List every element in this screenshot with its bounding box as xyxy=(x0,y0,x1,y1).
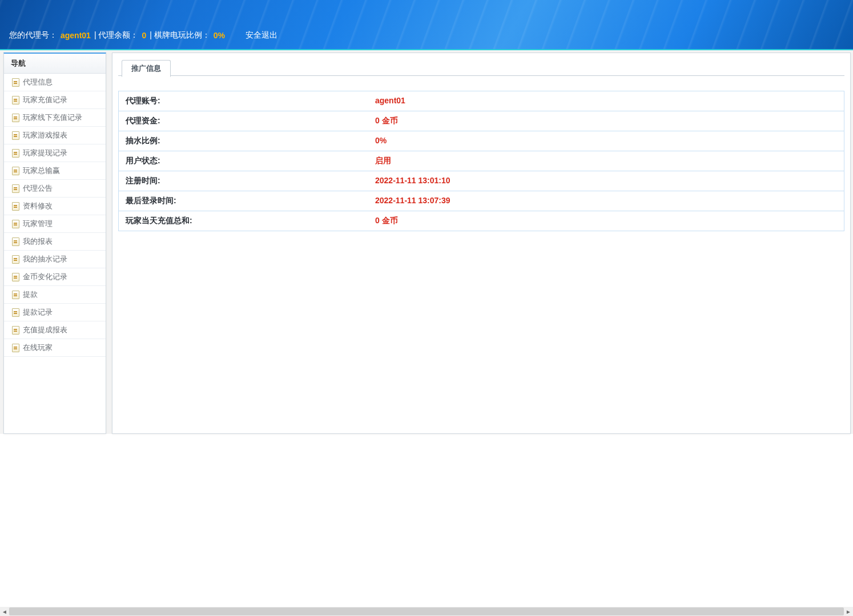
table-row: 代理资金: 0 金币 xyxy=(119,111,844,131)
table-row: 最后登录时间: 2022-11-11 13:07:39 xyxy=(119,191,844,211)
row-label: 用户状态: xyxy=(119,151,373,171)
row-label: 玩家当天充值总和: xyxy=(119,211,373,231)
scrollbar-thumb[interactable] xyxy=(9,607,844,615)
ratio-value: 0% xyxy=(214,31,225,40)
sidebar-item-label: 玩家线下充值记录 xyxy=(23,112,82,123)
sidebar-item-label: 资料修改 xyxy=(23,201,53,211)
scroll-right-icon[interactable]: ► xyxy=(844,607,853,616)
document-icon xyxy=(12,202,19,211)
sidebar-item-label: 玩家总输赢 xyxy=(23,166,60,176)
document-icon xyxy=(12,291,19,299)
tab-promo-info[interactable]: 推广信息 xyxy=(122,60,171,77)
document-icon xyxy=(12,114,19,122)
row-label: 代理账号: xyxy=(119,91,373,111)
nav-list: 代理信息 玩家充值记录 玩家线下充值记录 玩家游戏报表 玩家提现记录 玩家总输赢… xyxy=(4,74,106,357)
ratio-label: | 棋牌电玩比例： xyxy=(150,30,210,41)
sidebar-item-announcement[interactable]: 代理公告 xyxy=(4,180,106,198)
document-icon xyxy=(12,184,19,193)
document-icon xyxy=(12,255,19,264)
horizontal-scrollbar[interactable]: ◄ ► xyxy=(0,607,853,616)
row-label: 最后登录时间: xyxy=(119,191,373,211)
row-value: 2022-11-11 13:07:39 xyxy=(373,191,844,211)
row-value: agent01 xyxy=(373,91,844,111)
document-icon xyxy=(12,96,19,104)
table-row: 代理账号: agent01 xyxy=(119,91,844,111)
tab-underline xyxy=(118,75,844,76)
sidebar-item-my-rake[interactable]: 我的抽水记录 xyxy=(4,251,106,268)
row-value: 2022-11-11 13:01:10 xyxy=(373,171,844,191)
logout-link[interactable]: 安全退出 xyxy=(246,30,277,41)
agent-id-label: 您的代理号： xyxy=(9,30,57,41)
document-icon xyxy=(12,237,19,246)
sidebar-item-label: 玩家游戏报表 xyxy=(23,130,67,140)
sidebar-item-label: 金币变化记录 xyxy=(23,272,67,282)
tab-strip: 推广信息 xyxy=(118,60,844,76)
sidebar-item-label: 充值提成报表 xyxy=(23,325,67,335)
sidebar-item-label: 代理信息 xyxy=(23,77,53,87)
sidebar-item-offline-recharge[interactable]: 玩家线下充值记录 xyxy=(4,109,106,127)
row-label: 抽水比例: xyxy=(119,131,373,151)
row-value: 0 金币 xyxy=(373,211,844,231)
info-table: 代理账号: agent01 代理资金: 0 金币 抽水比例: 0% 用户状态: … xyxy=(118,91,844,231)
sidebar-item-label: 提款记录 xyxy=(23,307,53,317)
document-icon xyxy=(12,326,19,335)
table-row: 注册时间: 2022-11-11 13:01:10 xyxy=(119,171,844,191)
sidebar-item-label: 代理公告 xyxy=(23,183,53,194)
agent-id-value: agent01 xyxy=(61,31,91,40)
sidebar: 导航 代理信息 玩家充值记录 玩家线下充值记录 玩家游戏报表 玩家提现记录 玩家… xyxy=(3,53,106,434)
sidebar-item-withdraw-log[interactable]: 提款记录 xyxy=(4,304,106,321)
document-icon xyxy=(12,344,19,352)
sidebar-item-total-winloss[interactable]: 玩家总输赢 xyxy=(4,162,106,180)
sidebar-item-online-players[interactable]: 在线玩家 xyxy=(4,339,106,357)
sidebar-item-profile-edit[interactable]: 资料修改 xyxy=(4,198,106,215)
sidebar-item-coin-change[interactable]: 金币变化记录 xyxy=(4,268,106,286)
sidebar-item-recharge-commission[interactable]: 充值提成报表 xyxy=(4,321,106,339)
body-area: 导航 代理信息 玩家充值记录 玩家线下充值记录 玩家游戏报表 玩家提现记录 玩家… xyxy=(0,50,853,434)
document-icon xyxy=(12,131,19,140)
main-panel: 推广信息 代理账号: agent01 代理资金: 0 金币 抽水比例: 0% 用… xyxy=(112,53,851,434)
table-row: 抽水比例: 0% xyxy=(119,131,844,151)
sidebar-item-game-report[interactable]: 玩家游戏报表 xyxy=(4,127,106,144)
document-icon xyxy=(12,308,19,317)
status-bar: 您的代理号： agent01 | 代理余额： 0 | 棋牌电玩比例： 0% 安全… xyxy=(9,30,277,47)
document-icon xyxy=(12,273,19,281)
balance-value: 0 xyxy=(142,31,146,40)
sidebar-item-label: 玩家提现记录 xyxy=(23,148,67,158)
document-icon xyxy=(12,149,19,158)
sidebar-item-label: 我的抽水记录 xyxy=(23,254,67,264)
sidebar-item-my-report[interactable]: 我的报表 xyxy=(4,233,106,251)
sidebar-item-label: 提款 xyxy=(23,289,38,300)
table-row: 玩家当天充值总和: 0 金币 xyxy=(119,211,844,231)
sidebar-item-label: 玩家充值记录 xyxy=(23,95,67,105)
row-value: 0% xyxy=(373,131,844,151)
sidebar-item-label: 我的报表 xyxy=(23,236,53,247)
table-row: 用户状态: 启用 xyxy=(119,151,844,171)
sidebar-item-player-recharge[interactable]: 玩家充值记录 xyxy=(4,91,106,109)
sidebar-item-withdraw[interactable]: 提款 xyxy=(4,286,106,304)
app-header: 您的代理号： agent01 | 代理余额： 0 | 棋牌电玩比例： 0% 安全… xyxy=(0,0,853,50)
balance-label: | 代理余额： xyxy=(94,30,139,41)
sidebar-item-agent-info[interactable]: 代理信息 xyxy=(4,74,106,91)
scroll-left-icon[interactable]: ◄ xyxy=(0,607,9,616)
document-icon xyxy=(12,220,19,228)
row-value: 启用 xyxy=(373,151,844,171)
sidebar-title: 导航 xyxy=(4,54,106,74)
row-label: 代理资金: xyxy=(119,111,373,131)
document-icon xyxy=(12,78,19,87)
row-label: 注册时间: xyxy=(119,171,373,191)
sidebar-item-label: 在线玩家 xyxy=(23,343,53,353)
sidebar-item-label: 玩家管理 xyxy=(23,219,53,229)
sidebar-item-withdraw-record[interactable]: 玩家提现记录 xyxy=(4,144,106,162)
row-value: 0 金币 xyxy=(373,111,844,131)
document-icon xyxy=(12,167,19,175)
sidebar-item-player-manage[interactable]: 玩家管理 xyxy=(4,215,106,233)
